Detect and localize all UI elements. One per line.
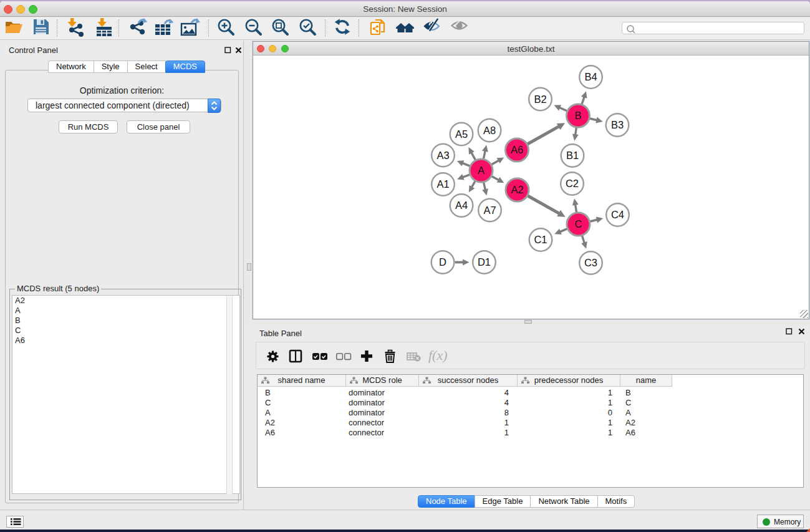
svg-text:B: B: [574, 110, 581, 121]
svg-text:C2: C2: [566, 178, 579, 189]
svg-text:C1: C1: [534, 234, 547, 245]
svg-text:C3: C3: [584, 257, 597, 268]
svg-text:D: D: [439, 256, 446, 268]
svg-text:D1: D1: [478, 256, 491, 268]
svg-text:C: C: [575, 218, 582, 230]
svg-text:A3: A3: [436, 150, 449, 161]
svg-text:A6: A6: [511, 144, 523, 155]
svg-text:B4: B4: [584, 71, 597, 82]
svg-text:B2: B2: [534, 94, 546, 105]
svg-text:A2: A2: [511, 184, 523, 195]
svg-text:A8: A8: [483, 125, 496, 136]
svg-text:A7: A7: [483, 205, 496, 216]
svg-text:A: A: [478, 165, 485, 176]
svg-text:B3: B3: [611, 119, 624, 130]
svg-text:A5: A5: [455, 128, 468, 140]
svg-text:C4: C4: [611, 209, 624, 220]
svg-text:A1: A1: [436, 178, 449, 190]
svg-text:A4: A4: [455, 200, 468, 211]
svg-text:B1: B1: [566, 150, 579, 161]
